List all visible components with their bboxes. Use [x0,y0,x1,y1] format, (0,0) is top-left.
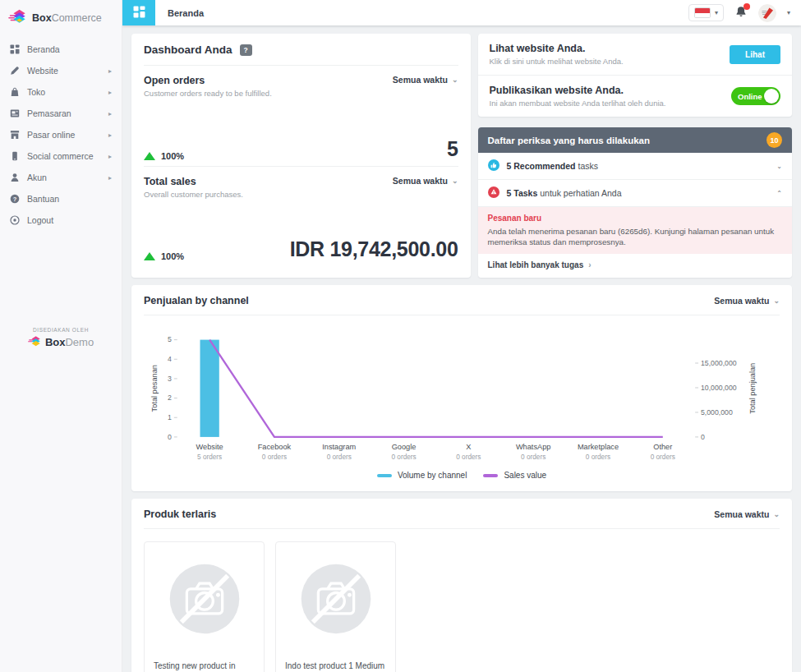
legend-item: Volume by channel [377,471,467,480]
website-panel: Lihat website Anda. Klik di sini untuk m… [478,34,793,117]
sidebar-item-label: Pemasaran [27,108,71,118]
topbar: Beranda ▾ ▾ [122,0,801,25]
svg-text:WhatsApp: WhatsApp [516,444,550,452]
alert-body: Anda telah menerima pesanan baru (6265d6… [488,226,783,247]
right-column: Lihat website Anda. Klik di sini untuk m… [478,34,793,278]
chevron-right-icon: › [588,260,591,269]
chevron-down-icon: ⌄ [776,163,782,170]
svg-text:Total pesanan: Total pesanan [150,366,159,412]
svg-text:0 orders: 0 orders [651,454,675,462]
sidebar-item-toko[interactable]: Toko▸ [0,81,122,103]
provided-by-label: DISEDIAKAN OLEH [0,327,122,333]
checklist-count-badge: 10 [766,132,782,148]
dashboard-card: Dashboard Anda ? Open orders Customer or… [131,34,471,278]
notifications-button[interactable] [734,6,748,21]
page-title: Beranda [168,8,204,18]
product-card[interactable]: Testing new product in English for trans… [144,541,265,672]
svg-text:15,000,000: 15,000,000 [701,359,737,367]
sidebar-nav: BerandaWebsite▸Toko▸Pemasaran▸Pasar onli… [0,39,122,231]
open-orders-trend: 100% [144,151,184,161]
product-image-placeholder [276,542,395,657]
sidebar-item-label: Bantuan [27,194,59,204]
total-sales-period-dropdown[interactable]: Semua waktu⌄ [393,176,458,186]
brand-logo[interactable]: BoxCommerce [0,0,122,39]
account-chevron-down-icon[interactable]: ▾ [787,9,790,16]
chart-title: Penjualan by channel [144,295,249,306]
chevron-right-icon: ▸ [108,110,112,117]
svg-text:Total penjualan: Total penjualan [748,363,757,414]
toggle-knob [764,89,779,104]
sidebar-item-logout[interactable]: Logout [0,209,122,231]
chart-period-dropdown[interactable]: Semua waktu⌄ [714,296,780,306]
sidebar-footer: DISEDIAKAN OLEH BoxDemo [0,327,122,349]
svg-text:3: 3 [168,375,172,383]
recommended-tasks-row[interactable]: 5 Recommendedtasks ⌄ [478,153,793,180]
open-orders-subtitle: Customer orders ready to be fulfilled. [144,89,272,98]
sidebar-item-beranda[interactable]: Beranda [0,39,122,60]
legend-item: Sales value [483,471,546,480]
alert-title: Pesanan baru [488,214,783,223]
svg-text:5 orders: 5 orders [197,454,222,462]
trend-up-icon [144,252,155,260]
bag-icon [10,87,20,97]
checklist-header[interactable]: Daftar periksa yang harus dilakukan 10 [478,127,793,153]
pen-icon [10,66,20,76]
view-website-button[interactable]: Lihat [730,45,780,64]
language-selector[interactable]: ▾ [688,4,724,21]
svg-text:0: 0 [168,433,172,441]
chevron-right-icon: ▸ [108,174,112,182]
new-order-alert[interactable]: Pesanan baru Anda telah menerima pesanan… [478,207,793,254]
attention-tasks-icon [488,186,499,200]
open-orders-period-dropdown[interactable]: Semua waktu⌄ [393,75,458,85]
svg-text:10,000,000: 10,000,000 [701,384,737,392]
notification-dot [743,3,750,10]
boxdemo-logo[interactable]: BoxDemo [28,335,94,349]
total-sales-value: IDR 19,742,500.00 [290,237,458,261]
mobile-icon [10,151,20,161]
sidebar-item-label: Website [27,66,58,76]
svg-text:0 orders: 0 orders [327,454,352,462]
top-products-card: Produk terlaris Semua waktu⌄ Testing new… [131,499,792,672]
online-toggle[interactable]: Online [731,87,780,105]
chevron-right-icon: ▸ [108,89,112,96]
total-sales-trend: 100% [144,251,184,261]
open-orders-title: Open orders [144,75,272,86]
user-avatar[interactable] [758,4,776,22]
svg-text:0 orders: 0 orders [456,454,481,462]
main-content: Dashboard Anda ? Open orders Customer or… [122,25,801,672]
boxdemo-logo-icon [28,335,42,349]
sidebar-item-pasar-online[interactable]: Pasar online▸ [0,124,122,145]
see-more-tasks-link[interactable]: Lihat lebih banyak tugas› [478,254,793,278]
chevron-right-icon: ▸ [108,153,112,160]
total-sales-metric: Total sales Overall customer purchases. … [144,166,458,267]
help-badge[interactable]: ? [240,44,252,56]
svg-text:Marketplace: Marketplace [578,444,619,452]
sidebar-item-pemasaran[interactable]: Pemasaran▸ [0,103,122,124]
sales-channel-chart: 01234505,000,00010,000,00015,000,000Webs… [144,315,780,469]
sidebar: BoxCommerce BerandaWebsite▸Toko▸Pemasara… [0,0,122,672]
product-name: Testing new product in English for trans… [145,657,264,672]
store-icon [10,130,20,140]
sidebar-item-label: Akun [27,173,47,182]
product-grid: Testing new product in English for trans… [144,529,780,672]
svg-text:Other: Other [653,444,672,452]
chart-legend: Volume by channelSales value [144,469,780,486]
chevron-up-icon: ⌃ [776,190,782,197]
sidebar-item-bantuan[interactable]: ?Bantuan [0,188,122,209]
product-image-placeholder [145,542,264,657]
dashboard-menu-button[interactable] [122,0,155,25]
sidebar-item-website[interactable]: Website▸ [0,60,122,81]
view-website-title: Lihat website Anda. [490,43,624,54]
sidebar-item-social-commerce[interactable]: Social commerce▸ [0,145,122,167]
chevron-down-icon: ⌄ [773,510,780,518]
dashboard-title: Dashboard Anda [144,44,232,56]
no-image-camera-icon [297,560,375,639]
svg-text:1: 1 [168,414,172,422]
products-period-dropdown[interactable]: Semua waktu⌄ [714,509,780,519]
svg-text:0: 0 [701,433,705,441]
product-card[interactable]: Indo test product 1 Medium [275,541,396,672]
attention-tasks-row[interactable]: 5 Tasksuntuk perhatian Anda ⌃ [478,180,793,207]
chevron-down-icon: ▾ [715,9,718,16]
sidebar-item-akun[interactable]: Akun▸ [0,167,122,188]
indonesia-flag-icon [694,7,711,18]
